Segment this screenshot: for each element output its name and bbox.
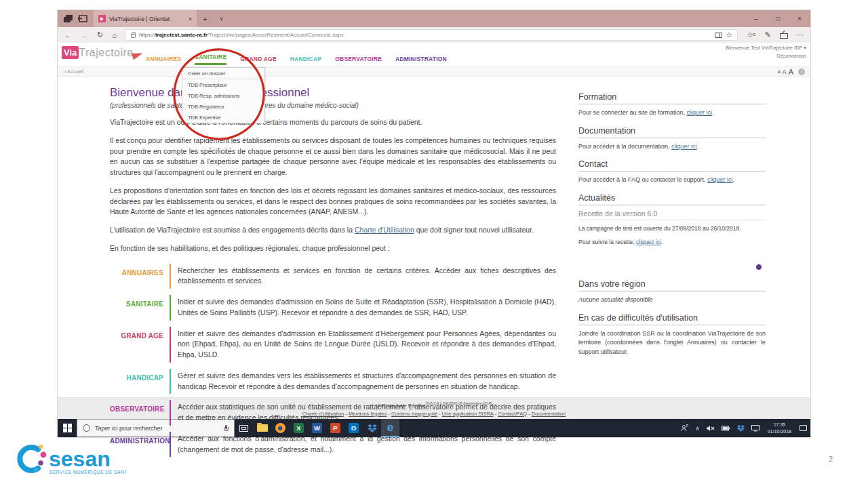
intro-paragraph: ViaTrajectoire est un outil d'aide à l'o… bbox=[110, 117, 556, 128]
main-content: Bienvenue dans l'espace professionnel (p… bbox=[110, 86, 556, 457]
set-tabs-aside-icon[interactable] bbox=[64, 15, 73, 22]
new-tab-button[interactable]: + bbox=[197, 10, 213, 27]
dropbox-tray-icon[interactable] bbox=[734, 419, 748, 437]
cortana-icon bbox=[83, 424, 90, 432]
add-favorite-star-icon[interactable]: ☆ bbox=[726, 30, 732, 39]
nav-observatoire[interactable]: OBSERVATOIRE bbox=[335, 56, 382, 65]
logout-link[interactable]: Déconnexion bbox=[726, 52, 806, 60]
sesan-dot-blue bbox=[34, 468, 37, 471]
sesan-dot-yellow bbox=[39, 445, 43, 449]
menu-item-tdb-regulateur[interactable]: TDB Regulateur bbox=[182, 101, 264, 112]
sesan-logo: sesan SERVICE NUMÉRIQUE DE SANTÉ bbox=[11, 441, 126, 480]
font-large-button[interactable]: A bbox=[789, 68, 793, 76]
documentation-text: Pour accéder à la documentation, cliquer… bbox=[578, 142, 766, 152]
battery-icon[interactable] bbox=[718, 419, 734, 437]
menu-item-tdb-prescripteur[interactable]: TDB Prescripteur bbox=[182, 79, 264, 90]
row-sanitaire: SANITAIRE Initier et suivre des demandes… bbox=[110, 295, 556, 321]
difficultes-text: Joindre la coordination SSR ou la coordi… bbox=[578, 329, 766, 357]
nav-sanitaire[interactable]: SANITAIRE bbox=[195, 54, 226, 65]
hub-favorites-icon[interactable]: ☆≡ bbox=[747, 30, 756, 39]
breadcrumb-bar: > Accueil a A A i bbox=[58, 66, 810, 77]
row-annuaires: ANNUAIRES Rechercher les établissements … bbox=[110, 264, 556, 289]
svg-text:R: R bbox=[686, 424, 688, 428]
people-icon[interactable]: R bbox=[677, 419, 692, 437]
actualites-text: La campagne de test est ouverte du 27/09… bbox=[578, 224, 766, 233]
browser-tab[interactable]: ViaTrajectoire | Orientat × bbox=[94, 10, 197, 27]
nav-administration[interactable]: ADMINISTRATION bbox=[395, 56, 447, 65]
user-menu[interactable]: Bienvenue Test ViaTrajectoire IDF ▾ bbox=[726, 44, 806, 52]
font-medium-button[interactable]: A bbox=[783, 68, 787, 75]
actualites-subheading: Recette de la version 6.0 bbox=[578, 209, 766, 220]
browser-titlebar: ViaTrajectoire | Orientat × + ∨ – □ × bbox=[58, 10, 810, 27]
browser-addressbar: ← → ↻ ⌂ https://trajectest.sante-ra.fr/T… bbox=[58, 27, 810, 43]
minimize-button[interactable]: – bbox=[745, 10, 767, 27]
restore-button[interactable]: □ bbox=[767, 10, 789, 27]
close-button[interactable]: × bbox=[789, 10, 810, 27]
sesan-dot-pink bbox=[41, 452, 47, 458]
share-icon[interactable] bbox=[780, 32, 787, 39]
row-grand-age: GRAND AGE Initier et suivre des demandes… bbox=[110, 327, 556, 363]
breadcrumb[interactable]: > Accueil bbox=[63, 68, 83, 75]
nav-grand-age[interactable]: GRAND AGE bbox=[240, 56, 276, 65]
menu-item-tdb-expertise[interactable]: TDB Expertise bbox=[182, 112, 264, 123]
documentation-link[interactable]: cliquer ici bbox=[671, 143, 697, 150]
clock-date: 01/10/2018 bbox=[768, 428, 791, 434]
font-small-button[interactable]: a bbox=[778, 69, 781, 74]
info-icon[interactable]: i bbox=[798, 68, 805, 75]
volume-muted-icon[interactable] bbox=[703, 419, 718, 437]
main-navigation: ANNUAIRES SANITAIRE GRAND AGE HANDICAP O… bbox=[146, 53, 447, 65]
presentation-slide: ViaTrajectoire | Orientat × + ∨ – □ × ← … bbox=[0, 0, 868, 488]
nav-annuaires[interactable]: ANNUAIRES bbox=[146, 56, 181, 65]
actualites-heading: Actualités bbox=[578, 193, 766, 205]
reading-view-icon[interactable] bbox=[715, 33, 722, 38]
contact-link[interactable]: cliquer ici bbox=[707, 176, 733, 183]
refresh-icon[interactable]: ↻ bbox=[97, 30, 103, 39]
carousel-dot[interactable] bbox=[756, 264, 762, 270]
user-caret-icon: ▾ bbox=[804, 45, 806, 51]
row-administration: ADMINISTRATION Accéder aux fonctions d'a… bbox=[110, 432, 556, 458]
page-title: Bienvenue dans l'espace professionnel bbox=[110, 86, 556, 100]
web-note-pen-icon[interactable]: ✎ bbox=[765, 30, 771, 39]
description-paragraph: Il est conçu pour identifier rapidement … bbox=[110, 136, 556, 178]
contact-heading: Contact bbox=[578, 159, 766, 171]
tab-close-icon[interactable]: × bbox=[189, 16, 192, 22]
formation-text: Pour se connecter au site de formation, … bbox=[578, 108, 766, 118]
menu-item-creer-un-dossier[interactable]: Créer un dossier bbox=[182, 68, 264, 79]
browser-window: ViaTrajectoire | Orientat × + ∨ – □ × ← … bbox=[58, 10, 810, 437]
lock-icon bbox=[131, 34, 136, 38]
page-subtitle: (professionnels de santé, professionnels… bbox=[110, 102, 556, 109]
network-display-icon[interactable] bbox=[748, 419, 763, 437]
menu-item-tdb-resp-admissions[interactable]: TDB Resp. admissions bbox=[182, 90, 264, 101]
tabs-you-set-aside-icon[interactable] bbox=[78, 15, 87, 22]
sesan-dot-purple bbox=[38, 460, 43, 466]
action-center-icon[interactable] bbox=[796, 419, 810, 437]
sesan-tagline: SERVICE NUMÉRIQUE DE SANTÉ bbox=[50, 469, 126, 475]
more-options-icon[interactable]: ⋯ bbox=[796, 30, 804, 39]
recette-link[interactable]: cliquez ici bbox=[636, 239, 661, 245]
url-bar[interactable]: https://trajectest.sante-ra.fr/Trajectoi… bbox=[125, 29, 738, 41]
formation-link[interactable]: cliquer ici bbox=[687, 109, 713, 116]
region-empty-text: Aucune actualité disponible bbox=[578, 296, 766, 305]
tab-list-icon[interactable]: ∨ bbox=[213, 10, 229, 27]
actualites-follow: Pour suivre la recette, cliquez ici. bbox=[578, 238, 766, 247]
windows-logo-icon bbox=[63, 424, 72, 432]
nav-handicap[interactable]: HANDICAP bbox=[290, 56, 321, 65]
taskbar-clock[interactable]: 17:35 01/10/2018 bbox=[763, 419, 796, 437]
viatrajectoire-page: Bienvenue Test ViaTrajectoire IDF ▾ Déco… bbox=[58, 43, 810, 419]
back-icon[interactable]: ← bbox=[64, 31, 72, 39]
viatrajectoire-favicon bbox=[98, 15, 106, 22]
forward-icon[interactable]: → bbox=[81, 31, 88, 39]
sanitaire-dropdown-menu: Créer un dossier TDB Prescripteur TDB Re… bbox=[182, 67, 265, 123]
documentation-heading: Documentation bbox=[578, 126, 766, 138]
url-text: https://trajectest.sante-ra.fr/Trajectoi… bbox=[139, 32, 344, 38]
slide-page-number: 2 bbox=[829, 455, 833, 463]
formation-heading: Formation bbox=[578, 92, 766, 104]
viatrajectoire-logo: ViaTrajectoire bbox=[62, 46, 143, 59]
hidden-icons-chevron[interactable]: ∧ bbox=[692, 419, 703, 437]
contact-text: Pour accéder à la FAQ ou contacter le su… bbox=[578, 176, 766, 185]
home-icon[interactable]: ⌂ bbox=[112, 31, 117, 39]
sidebar: Formation Pour se connecter au site de f… bbox=[578, 92, 766, 365]
start-button[interactable] bbox=[58, 419, 77, 437]
charte-paragraph: L'utilisation de ViaTrajectoire est soum… bbox=[110, 225, 556, 236]
charte-utilisation-link[interactable]: Charte d'Utilisation bbox=[355, 226, 414, 234]
